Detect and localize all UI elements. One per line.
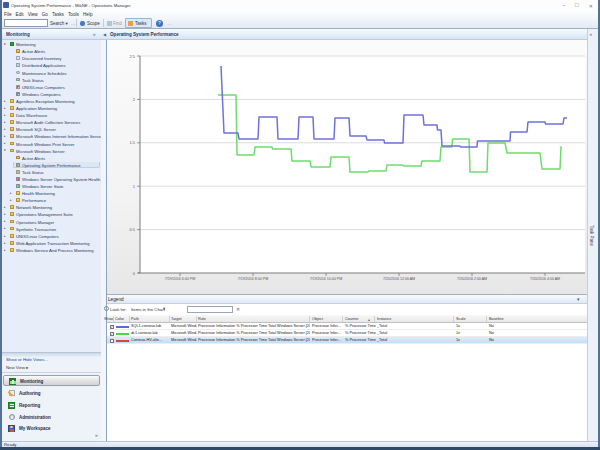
svg-text:0.5: 0.5	[129, 227, 135, 232]
svg-text:2: 2	[133, 97, 136, 102]
svg-text:0: 0	[133, 271, 136, 276]
svg-text:2.5: 2.5	[129, 54, 135, 59]
svg-text:7/19/2016 8:00 PM: 7/19/2016 8:00 PM	[238, 277, 268, 281]
svg-text:7/20/2016 2:00 AM: 7/20/2016 2:00 AM	[457, 277, 487, 281]
svg-text:7/19/2016 6:00 PM: 7/19/2016 6:00 PM	[165, 277, 195, 281]
svg-text:1: 1	[133, 184, 136, 189]
svg-text:7/20/2016 4:00 AM: 7/20/2016 4:00 AM	[530, 277, 560, 281]
svg-text:7/19/2016 10:00 PM: 7/19/2016 10:00 PM	[310, 277, 342, 281]
svg-text:1.5: 1.5	[129, 140, 135, 145]
svg-text:7/20/2016 12:00 AM: 7/20/2016 12:00 AM	[383, 277, 415, 281]
